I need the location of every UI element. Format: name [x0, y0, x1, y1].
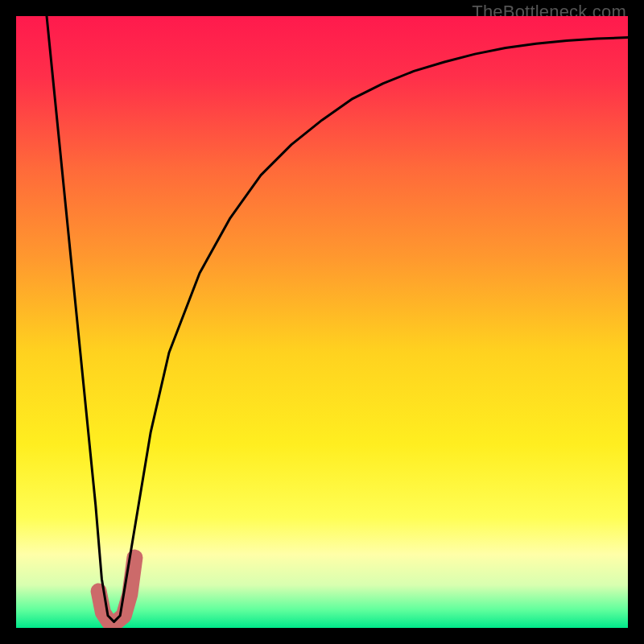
bottleneck-curve [47, 16, 628, 621]
plot-area [16, 16, 628, 628]
chart-frame: TheBottleneck.com [0, 0, 644, 644]
curve-layer [16, 16, 628, 628]
